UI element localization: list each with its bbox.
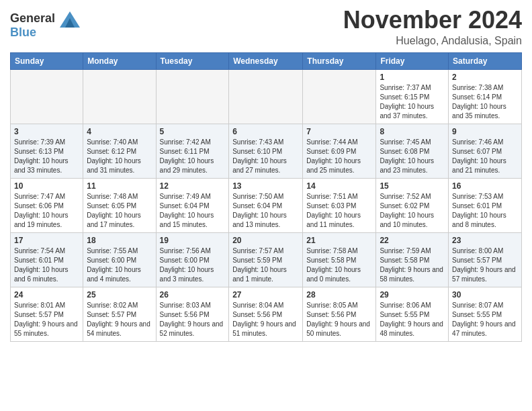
day-number: 14: [306, 181, 372, 191]
calendar-cell: 10Sunrise: 7:47 AMSunset: 6:06 PMDayligh…: [11, 178, 83, 232]
day-number: 30: [452, 290, 518, 300]
day-number: 10: [14, 181, 79, 191]
day-info: Sunrise: 7:53 AMSunset: 6:01 PMDaylight:…: [452, 192, 518, 230]
day-info: Sunrise: 8:00 AMSunset: 5:57 PMDaylight:…: [452, 246, 518, 284]
day-info: Sunrise: 7:40 AMSunset: 6:12 PMDaylight:…: [87, 138, 152, 175]
calendar-cell: [156, 69, 229, 124]
day-number: 22: [380, 236, 445, 245]
calendar-cell: 23Sunrise: 8:00 AMSunset: 5:57 PMDayligh…: [449, 232, 522, 287]
week-row-3: 10Sunrise: 7:47 AMSunset: 6:06 PMDayligh…: [11, 178, 522, 232]
day-info: Sunrise: 7:45 AMSunset: 6:08 PMDaylight:…: [380, 138, 445, 175]
day-number: 3: [14, 127, 79, 136]
page: General Blue November 2024 Huelago, Anda…: [0, 0, 532, 352]
day-info: Sunrise: 7:58 AMSunset: 5:58 PMDaylight:…: [306, 246, 372, 284]
calendar-cell: 27Sunrise: 8:04 AMSunset: 5:56 PMDayligh…: [229, 287, 303, 341]
calendar-cell: 17Sunrise: 7:54 AMSunset: 6:01 PMDayligh…: [11, 232, 83, 287]
calendar-cell: 8Sunrise: 7:45 AMSunset: 6:08 PMDaylight…: [376, 124, 449, 178]
calendar-cell: [11, 69, 83, 124]
day-info: Sunrise: 8:03 AMSunset: 5:56 PMDaylight:…: [160, 301, 226, 338]
day-number: 9: [452, 127, 518, 136]
day-number: 24: [14, 290, 79, 300]
weekday-header-row: SundayMondayTuesdayWednesdayThursdayFrid…: [11, 52, 522, 69]
day-info: Sunrise: 7:55 AMSunset: 6:00 PMDaylight:…: [87, 246, 152, 284]
day-number: 6: [232, 127, 299, 136]
day-number: 26: [160, 290, 226, 300]
day-number: 29: [380, 290, 445, 300]
calendar-cell: 16Sunrise: 7:53 AMSunset: 6:01 PMDayligh…: [449, 178, 522, 232]
calendar-cell: 11Sunrise: 7:48 AMSunset: 6:05 PMDayligh…: [83, 178, 156, 232]
location: Huelago, Andalusia, Spain: [343, 35, 522, 47]
day-info: Sunrise: 7:56 AMSunset: 6:00 PMDaylight:…: [160, 246, 226, 284]
week-row-4: 17Sunrise: 7:54 AMSunset: 6:01 PMDayligh…: [11, 232, 522, 287]
day-info: Sunrise: 7:50 AMSunset: 6:04 PMDaylight:…: [232, 192, 299, 230]
day-number: 11: [87, 181, 152, 191]
logo-line1: General: [10, 11, 55, 25]
day-number: 28: [306, 290, 372, 300]
calendar-cell: 26Sunrise: 8:03 AMSunset: 5:56 PMDayligh…: [156, 287, 229, 341]
day-info: Sunrise: 7:39 AMSunset: 6:13 PMDaylight:…: [14, 138, 79, 175]
day-number: 20: [232, 236, 299, 245]
calendar-cell: 13Sunrise: 7:50 AMSunset: 6:04 PMDayligh…: [229, 178, 303, 232]
calendar-cell: 19Sunrise: 7:56 AMSunset: 6:00 PMDayligh…: [156, 232, 229, 287]
calendar-cell: 2Sunrise: 7:38 AMSunset: 6:14 PMDaylight…: [449, 69, 522, 124]
day-number: 23: [452, 236, 518, 245]
day-number: 8: [380, 127, 445, 136]
day-info: Sunrise: 8:04 AMSunset: 5:56 PMDaylight:…: [232, 301, 299, 338]
weekday-header-thursday: Thursday: [303, 52, 376, 69]
calendar-cell: 4Sunrise: 7:40 AMSunset: 6:12 PMDaylight…: [83, 124, 156, 178]
day-info: Sunrise: 7:38 AMSunset: 6:14 PMDaylight:…: [452, 83, 518, 121]
day-number: 2: [452, 73, 518, 82]
title-block: November 2024 Huelago, Andalusia, Spain: [343, 7, 522, 47]
week-row-1: 1Sunrise: 7:37 AMSunset: 6:15 PMDaylight…: [11, 69, 522, 124]
day-number: 21: [306, 236, 372, 245]
day-info: Sunrise: 7:52 AMSunset: 6:02 PMDaylight:…: [380, 192, 445, 230]
header: General Blue November 2024 Huelago, Anda…: [10, 7, 522, 47]
day-info: Sunrise: 7:54 AMSunset: 6:01 PMDaylight:…: [14, 246, 79, 284]
day-number: 5: [160, 127, 226, 136]
calendar-cell: 24Sunrise: 8:01 AMSunset: 5:57 PMDayligh…: [11, 287, 83, 341]
calendar-cell: 15Sunrise: 7:52 AMSunset: 6:02 PMDayligh…: [376, 178, 449, 232]
weekday-header-wednesday: Wednesday: [229, 52, 303, 69]
calendar-cell: 21Sunrise: 7:58 AMSunset: 5:58 PMDayligh…: [303, 232, 376, 287]
day-info: Sunrise: 7:42 AMSunset: 6:11 PMDaylight:…: [160, 138, 226, 175]
calendar-cell: [303, 69, 376, 124]
day-number: 27: [232, 290, 299, 300]
calendar-cell: 7Sunrise: 7:44 AMSunset: 6:09 PMDaylight…: [303, 124, 376, 178]
weekday-header-sunday: Sunday: [11, 52, 83, 69]
calendar-cell: 1Sunrise: 7:37 AMSunset: 6:15 PMDaylight…: [376, 69, 449, 124]
calendar-cell: 6Sunrise: 7:43 AMSunset: 6:10 PMDaylight…: [229, 124, 303, 178]
calendar-cell: 3Sunrise: 7:39 AMSunset: 6:13 PMDaylight…: [11, 124, 83, 178]
calendar: SundayMondayTuesdayWednesdayThursdayFrid…: [10, 52, 522, 342]
weekday-header-friday: Friday: [376, 52, 449, 69]
week-row-2: 3Sunrise: 7:39 AMSunset: 6:13 PMDaylight…: [11, 124, 522, 178]
calendar-cell: 20Sunrise: 7:57 AMSunset: 5:59 PMDayligh…: [229, 232, 303, 287]
logo-icon: [60, 11, 80, 28]
calendar-cell: 28Sunrise: 8:05 AMSunset: 5:56 PMDayligh…: [303, 287, 376, 341]
weekday-header-saturday: Saturday: [449, 52, 522, 69]
day-info: Sunrise: 8:06 AMSunset: 5:55 PMDaylight:…: [380, 301, 445, 338]
calendar-cell: 18Sunrise: 7:55 AMSunset: 6:00 PMDayligh…: [83, 232, 156, 287]
day-info: Sunrise: 7:49 AMSunset: 6:04 PMDaylight:…: [160, 192, 226, 230]
calendar-cell: 5Sunrise: 7:42 AMSunset: 6:11 PMDaylight…: [156, 124, 229, 178]
day-info: Sunrise: 7:51 AMSunset: 6:03 PMDaylight:…: [306, 192, 372, 230]
day-info: Sunrise: 7:59 AMSunset: 5:58 PMDaylight:…: [380, 246, 445, 284]
logo: General Blue: [10, 10, 80, 40]
day-info: Sunrise: 7:48 AMSunset: 6:05 PMDaylight:…: [87, 192, 152, 230]
day-number: 4: [87, 127, 152, 136]
logo-line2: Blue: [10, 26, 80, 40]
calendar-cell: [229, 69, 303, 124]
calendar-cell: 30Sunrise: 8:07 AMSunset: 5:55 PMDayligh…: [449, 287, 522, 341]
calendar-cell: 12Sunrise: 7:49 AMSunset: 6:04 PMDayligh…: [156, 178, 229, 232]
calendar-cell: 9Sunrise: 7:46 AMSunset: 6:07 PMDaylight…: [449, 124, 522, 178]
weekday-header-tuesday: Tuesday: [156, 52, 229, 69]
day-info: Sunrise: 7:47 AMSunset: 6:06 PMDaylight:…: [14, 192, 79, 230]
week-row-5: 24Sunrise: 8:01 AMSunset: 5:57 PMDayligh…: [11, 287, 522, 341]
day-info: Sunrise: 7:57 AMSunset: 5:59 PMDaylight:…: [232, 246, 299, 284]
day-info: Sunrise: 8:05 AMSunset: 5:56 PMDaylight:…: [306, 301, 372, 338]
day-number: 17: [14, 236, 79, 245]
calendar-cell: [83, 69, 156, 124]
calendar-cell: 22Sunrise: 7:59 AMSunset: 5:58 PMDayligh…: [376, 232, 449, 287]
weekday-header-monday: Monday: [83, 52, 156, 69]
day-info: Sunrise: 8:01 AMSunset: 5:57 PMDaylight:…: [14, 301, 79, 338]
day-info: Sunrise: 7:37 AMSunset: 6:15 PMDaylight:…: [380, 83, 445, 121]
